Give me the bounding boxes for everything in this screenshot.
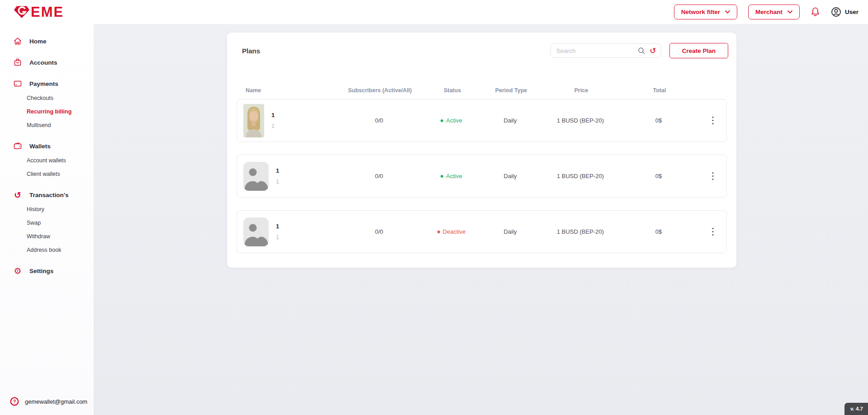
sidebar-item-transactions[interactable]: ↺ Transaction's [0,189,94,201]
column-header-status: Status [432,87,473,94]
sidebar-subitem-withdraw[interactable]: Withdraw [27,231,94,242]
row-actions-kebab-icon[interactable] [707,113,719,128]
price-value: 1 BUSD (BEP-20) [549,173,612,179]
total-value: 0$ [612,173,705,179]
status-badge: Deactive [431,228,472,235]
content-area: Plans ↺ Create Plan Name Subscribers ( [94,24,868,415]
topbar: EME Network filter Merchant [0,0,868,24]
reset-search-icon[interactable]: ↺ [650,47,656,55]
gear-icon: ⚙ [13,266,22,275]
gem-icon [13,5,30,19]
period-type-value: Daily [472,173,549,179]
chevron-down-icon [787,8,792,17]
notifications-bell-icon[interactable] [811,7,820,17]
svg-text:?: ? [13,399,16,404]
sidebar-item-label: Accounts [29,59,57,66]
sidebar-item-label: Wallets [29,143,51,150]
merchant-label: Merchant [755,9,783,15]
user-menu[interactable]: User [831,7,859,17]
sidebar-item-label: Payments [29,80,58,87]
plan-placeholder-avatar [243,162,269,191]
sidebar-subitem-swap[interactable]: Swap [27,217,94,228]
row-actions-kebab-icon[interactable] [707,224,719,240]
plan-name: 1 [271,112,275,118]
status-dot [437,231,440,233]
plan-subname: 1 [276,234,279,241]
plan-subname: 1 [276,178,279,185]
column-header-subscribers: Subscribers (Active/All) [328,87,432,94]
account-email: gemewallet@gmail.com [25,398,87,405]
table-row[interactable]: 1 1 0/0 Active Daily 1 BUSD (BEP-20) 0$ [237,99,727,142]
sidebar-subitem-history[interactable]: History [27,204,94,215]
sidebar-item-wallets[interactable]: Wallets [0,140,94,152]
logo-text: EME [31,5,64,19]
history-icon: ↺ [13,190,22,199]
period-type-value: Daily [472,117,549,124]
user-label: User [845,9,859,15]
sidebar-subitem-client-wallets[interactable]: Client wallets [27,169,94,179]
status-badge: Active [431,173,472,179]
price-value: 1 BUSD (BEP-20) [549,117,612,124]
sidebar-subitem-multisend[interactable]: Multisend [27,120,94,131]
plan-name: 1 [276,167,279,174]
plan-subname: 1 [271,123,275,129]
table-header: Name Subscribers (Active/All) Status Per… [242,87,722,94]
sidebar: Home Accounts [0,24,94,415]
column-header-name: Name [242,87,328,94]
period-type-value: Daily [472,228,549,235]
sidebar-item-label: Transaction's [29,192,69,198]
sidebar-item-label: Settings [29,268,53,274]
sidebar-item-payments[interactable]: Payments [0,78,94,90]
row-actions-kebab-icon[interactable] [707,169,719,184]
home-icon [13,37,22,46]
plan-name: 1 [276,223,279,230]
search-input[interactable] [556,47,634,54]
column-header-period-type: Period Type [473,87,550,94]
subscribers-value: 0/0 [327,173,431,179]
column-header-price: Price [550,87,613,94]
wallet-icon [13,141,22,151]
sidebar-item-home[interactable]: Home [0,35,94,47]
plan-photo-avatar [243,104,264,137]
search-icon[interactable] [638,46,645,55]
search-box: ↺ [550,43,661,58]
sidebar-subitem-recurring-billing[interactable]: Recurring billing [27,106,94,117]
total-value: 0$ [612,117,705,124]
subscribers-value: 0/0 [327,228,431,235]
version-badge: v. 4.7 [844,403,868,415]
table-row[interactable]: 1 1 0/0 Active Daily 1 BUSD (BEP-20) 0$ [237,155,727,198]
page-title: Plans [242,47,260,55]
sidebar-footer[interactable]: ? gemewallet@gmail.com [10,397,87,406]
network-filter-button[interactable]: Network filter [674,5,737,19]
subscribers-value: 0/0 [327,117,431,124]
total-value: 0$ [612,228,705,235]
bag-icon [13,58,22,67]
credit-card-icon [13,79,22,88]
sidebar-item-accounts[interactable]: Accounts [0,57,94,68]
plans-card: Plans ↺ Create Plan Name Subscribers ( [227,33,736,268]
sidebar-subitem-checkouts[interactable]: Checkouts [27,93,94,104]
sidebar-subitem-account-wallets[interactable]: Account wallets [27,155,94,166]
brand-logo[interactable]: EME [13,5,64,19]
help-icon: ? [10,397,19,406]
network-filter-label: Network filter [681,9,720,15]
user-avatar-icon [831,7,841,17]
plan-placeholder-avatar [243,217,269,246]
status-dot [441,175,443,178]
status-badge: Active [431,117,472,124]
merchant-button[interactable]: Merchant [748,5,800,19]
sidebar-item-settings[interactable]: ⚙ Settings [0,265,94,277]
chevron-down-icon [725,8,730,17]
create-plan-button[interactable]: Create Plan [669,43,728,58]
sidebar-item-label: Home [29,38,47,45]
column-header-total: Total [613,87,706,94]
price-value: 1 BUSD (BEP-20) [549,228,612,235]
status-dot [441,119,443,122]
topbar-actions: Network filter Merchant [674,0,859,24]
sidebar-subitem-address-book[interactable]: Address book [27,245,94,255]
table-row[interactable]: 1 1 0/0 Deactive Daily 1 BUSD (BEP-20) 0… [237,210,727,253]
